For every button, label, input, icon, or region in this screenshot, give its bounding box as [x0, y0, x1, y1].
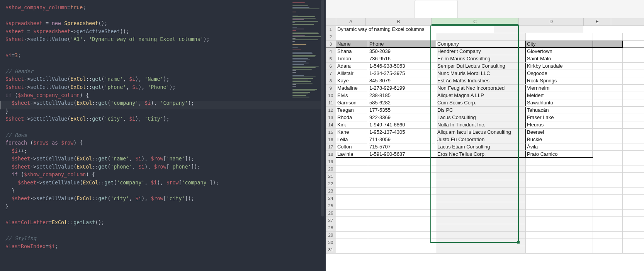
cell[interactable]	[593, 217, 623, 224]
cell[interactable]	[436, 165, 526, 172]
cell[interactable]: Dis PC	[436, 107, 526, 114]
cell[interactable]	[436, 217, 526, 224]
cell[interactable]	[526, 180, 593, 187]
cell[interactable]	[526, 202, 593, 209]
cell[interactable]	[336, 165, 368, 172]
cell[interactable]	[526, 217, 593, 224]
cell[interactable]	[526, 165, 593, 172]
cell[interactable]	[593, 41, 623, 48]
cell[interactable]	[436, 158, 526, 165]
row-header[interactable]: 18	[326, 151, 336, 158]
row-header[interactable]: 26	[326, 210, 336, 216]
cell[interactable]	[593, 187, 623, 194]
cell[interactable]: Teagan	[336, 107, 368, 114]
cell[interactable]	[436, 224, 526, 231]
cell[interactable]	[336, 246, 368, 253]
cell[interactable]: 238-8185	[368, 92, 436, 99]
cell[interactable]: Non Feugiat Nec Incorporated	[436, 85, 526, 92]
cell[interactable]: Rock Springs	[526, 77, 593, 84]
cell[interactable]	[593, 136, 623, 143]
row-header[interactable]: 17	[326, 143, 336, 150]
row-header[interactable]: 14	[326, 121, 336, 128]
spreadsheet-grid[interactable]: 1Dynamic way of naming Excel columns23Na…	[326, 26, 644, 254]
cell[interactable]: Madaline	[336, 85, 368, 92]
row-header[interactable]: 10	[326, 92, 336, 99]
cell[interactable]	[436, 232, 526, 239]
row-header[interactable]: 29	[326, 232, 336, 239]
column-header-d[interactable]: D	[519, 18, 584, 26]
cell[interactable]: Kane	[336, 129, 368, 136]
cell[interactable]	[336, 173, 368, 180]
cell[interactable]: Kirkby Lonsdale	[526, 63, 593, 70]
cell[interactable]	[368, 239, 436, 246]
cell[interactable]	[593, 151, 623, 158]
cell[interactable]	[368, 202, 436, 209]
cell[interactable]	[494, 26, 583, 33]
cell[interactable]: Beersel	[526, 129, 593, 136]
cell[interactable]	[593, 85, 623, 92]
cell[interactable]	[526, 210, 593, 216]
code-editor-pane[interactable]: $show_company_column=true; $spreadsheet …	[0, 0, 326, 271]
cell[interactable]: Nulla In Tincidunt Inc.	[436, 121, 526, 128]
cell[interactable]	[336, 180, 368, 187]
cell[interactable]: Saint-Malo	[526, 55, 593, 62]
cell[interactable]: Tehuacán	[526, 107, 593, 114]
cell[interactable]: Justo Eu Corporation	[436, 136, 526, 143]
row-header[interactable]: 7	[326, 70, 336, 77]
cell[interactable]: Rhoda	[336, 114, 368, 121]
cell[interactable]: Sawahlunto	[526, 99, 593, 106]
cell[interactable]	[436, 202, 526, 209]
cell[interactable]	[436, 210, 526, 216]
cell[interactable]: 715-5707	[368, 143, 436, 150]
cell[interactable]	[593, 121, 623, 128]
cell[interactable]	[368, 195, 436, 202]
cell[interactable]	[368, 165, 436, 172]
cell[interactable]	[336, 202, 368, 209]
row-header[interactable]: 28	[326, 224, 336, 231]
cell[interactable]: Dynamic way of naming Excel columns	[336, 26, 426, 33]
cell[interactable]	[593, 114, 623, 121]
row-header[interactable]: 27	[326, 217, 336, 224]
cell[interactable]	[593, 129, 623, 136]
cell[interactable]	[593, 55, 623, 62]
cell[interactable]: Phone	[368, 41, 436, 48]
cell[interactable]: 177-5355	[368, 107, 436, 114]
cell[interactable]: Cum Sociis Corp.	[436, 99, 526, 106]
cell[interactable]	[436, 173, 526, 180]
cell[interactable]: Leila	[336, 136, 368, 143]
cell[interactable]: Glovertown	[526, 48, 593, 55]
cell[interactable]: Colton	[336, 143, 368, 150]
cell[interactable]	[583, 26, 644, 33]
cell[interactable]	[593, 48, 623, 55]
cell[interactable]: 711-3059	[368, 136, 436, 143]
cell[interactable]: 922-3369	[368, 114, 436, 121]
cell[interactable]: 350-2039	[368, 48, 436, 55]
cell[interactable]	[336, 217, 368, 224]
row-header[interactable]: 5	[326, 55, 336, 62]
row-header[interactable]: 3	[326, 41, 336, 48]
row-header[interactable]: 2	[326, 33, 336, 40]
cell[interactable]	[526, 187, 593, 194]
cell[interactable]	[593, 63, 623, 70]
cell[interactable]	[593, 99, 623, 106]
cell[interactable]: Lavinia	[336, 151, 368, 158]
cell[interactable]	[368, 217, 436, 224]
column-header-e[interactable]: E	[584, 18, 611, 26]
cell[interactable]	[336, 239, 368, 246]
cell[interactable]: Est Ac Mattis Industries	[436, 77, 526, 84]
select-all-corner[interactable]	[326, 18, 336, 26]
cell[interactable]: Timon	[336, 55, 368, 62]
cell[interactable]: 1-952-137-4305	[368, 129, 436, 136]
column-header-c[interactable]: C	[432, 18, 519, 26]
cell[interactable]: 1-334-375-3975	[368, 70, 436, 77]
cell[interactable]: Aliquet Magna A LLP	[436, 92, 526, 99]
spreadsheet-pane[interactable]: A B C D E 1Dynamic way of naming Excel c…	[326, 0, 644, 271]
cell[interactable]: 845-3079	[368, 77, 436, 84]
cell[interactable]	[593, 92, 623, 99]
row-header[interactable]: 15	[326, 129, 336, 136]
cell[interactable]	[526, 246, 593, 253]
cell[interactable]	[526, 195, 593, 202]
row-header[interactable]: 13	[326, 114, 336, 121]
row-header[interactable]: 30	[326, 239, 336, 246]
cell[interactable]	[593, 33, 623, 40]
